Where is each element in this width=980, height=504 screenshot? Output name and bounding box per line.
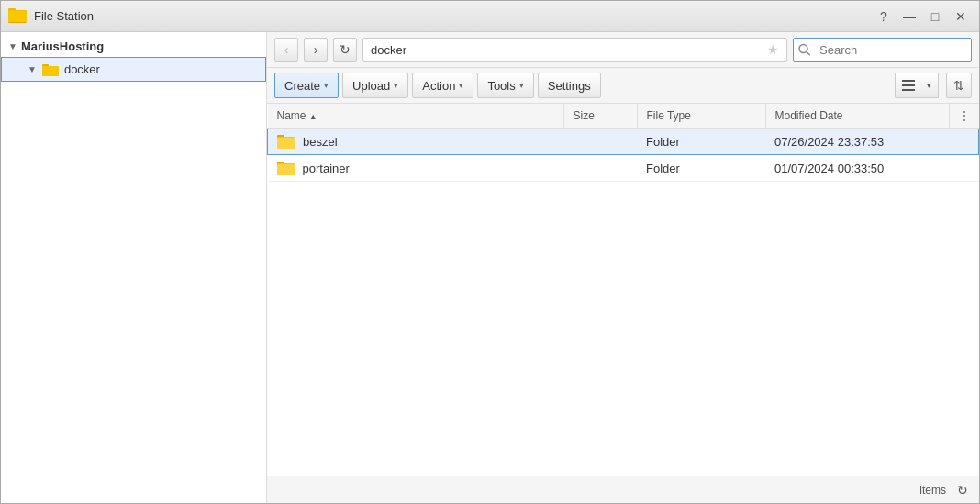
docker-folder-label: docker <box>64 62 100 76</box>
svg-rect-15 <box>277 138 295 149</box>
help-button[interactable]: ? <box>873 6 895 28</box>
file-size <box>563 129 637 155</box>
search-input[interactable] <box>793 38 972 62</box>
path-bar: docker ★ <box>362 38 787 62</box>
host-arrow-icon: ▼ <box>8 41 17 51</box>
list-options-button[interactable]: ▾ <box>920 73 939 98</box>
favorite-star-icon[interactable]: ★ <box>767 42 779 57</box>
svg-rect-3 <box>8 11 27 22</box>
upload-label: Upload <box>352 79 390 93</box>
table-row[interactable]: portainer Folder01/07/2024 00:33:50 <box>268 155 979 182</box>
statusbar-refresh-button[interactable]: ↻ <box>953 481 972 499</box>
file-name-cell: portainer <box>268 155 564 182</box>
file-type: Folder <box>637 129 765 155</box>
toolbar-top: ‹ › ↻ docker ★ <box>267 32 979 68</box>
column-modified-date[interactable]: Modified Date <box>765 104 949 129</box>
sidebar-host[interactable]: ▼ MariusHosting <box>1 32 266 57</box>
file-rows: beszel Folder07/26/2024 23:37:53 portain… <box>268 129 979 182</box>
svg-rect-6 <box>42 66 59 76</box>
refresh-button[interactable]: ↻ <box>333 38 357 62</box>
sidebar: ▼ MariusHosting ▼ docker <box>1 32 267 503</box>
path-text: docker <box>371 43 763 57</box>
folder-icon-small <box>42 63 59 76</box>
tools-label: Tools <box>487 79 515 93</box>
create-dropdown-icon: ▾ <box>324 81 329 90</box>
svg-rect-11 <box>902 89 915 91</box>
window-title: File Station <box>34 9 865 23</box>
svg-rect-9 <box>902 80 915 82</box>
minimize-button[interactable]: — <box>898 6 920 28</box>
file-size <box>563 155 637 182</box>
settings-label: Settings <box>548 79 591 93</box>
window-controls: ? — □ ✕ <box>873 6 972 28</box>
column-size[interactable]: Size <box>563 104 637 129</box>
upload-button[interactable]: Upload ▾ <box>342 73 408 98</box>
sort-icon: ⇅ <box>953 78 964 93</box>
sidebar-item-docker[interactable]: ▼ docker <box>1 57 266 82</box>
file-row-options[interactable] <box>949 129 979 155</box>
forward-button[interactable]: › <box>304 38 328 62</box>
file-row-options[interactable] <box>949 155 979 182</box>
svg-rect-19 <box>277 164 295 175</box>
statusbar-items-label: items <box>919 484 946 497</box>
sort-button[interactable]: ⇅ <box>946 73 972 98</box>
table-header: Name Size File Type Modified Date <box>268 104 979 129</box>
file-station-window: File Station ? — □ ✕ ▼ MariusHosting ▼ d… <box>0 0 980 504</box>
action-label: Action <box>422 79 455 93</box>
list-view-button[interactable] <box>895 73 920 98</box>
column-options: ⋮ <box>949 104 979 129</box>
upload-dropdown-icon: ▾ <box>394 81 398 90</box>
action-dropdown-icon: ▾ <box>459 81 463 90</box>
view-btn-group: ▾ <box>895 73 939 98</box>
main-layout: ▼ MariusHosting ▼ docker ‹ › ↻ <box>1 32 979 503</box>
settings-button[interactable]: Settings <box>538 73 601 98</box>
back-button[interactable]: ‹ <box>274 38 298 62</box>
create-button[interactable]: Create ▾ <box>274 73 339 98</box>
list-view-icon <box>902 80 915 91</box>
titlebar-folder-icon <box>8 6 27 27</box>
column-more-icon[interactable]: ⋮ <box>959 109 970 122</box>
file-table: Name Size File Type Modified Date <box>267 104 979 476</box>
toolbar-actions: Create ▾ Upload ▾ Action ▾ Tools ▾ Setti… <box>267 68 979 104</box>
files-table: Name Size File Type Modified Date <box>267 104 979 182</box>
maximize-button[interactable]: □ <box>924 6 946 28</box>
tools-dropdown-icon: ▾ <box>519 81 524 90</box>
file-name: beszel <box>303 135 338 149</box>
tools-button[interactable]: Tools ▾ <box>477 73 533 98</box>
create-label: Create <box>284 79 320 93</box>
file-name-cell: beszel <box>268 129 564 155</box>
file-modified-date: 07/26/2024 23:37:53 <box>765 129 949 155</box>
file-type: Folder <box>637 155 765 182</box>
list-options-icon: ▾ <box>927 81 931 90</box>
titlebar: File Station ? — □ ✕ <box>1 1 979 32</box>
table-row[interactable]: beszel Folder07/26/2024 23:37:53 <box>268 129 979 155</box>
column-name[interactable]: Name <box>268 104 564 129</box>
content-panel: ‹ › ↻ docker ★ <box>267 32 979 503</box>
folder-icon <box>277 134 295 149</box>
column-file-type[interactable]: File Type <box>637 104 765 129</box>
close-button[interactable]: ✕ <box>950 6 972 28</box>
action-button[interactable]: Action ▾ <box>412 73 473 98</box>
file-modified-date: 01/07/2024 00:33:50 <box>765 155 949 182</box>
svg-rect-10 <box>902 84 915 86</box>
folder-arrow-icon: ▼ <box>28 64 37 74</box>
file-name: portainer <box>303 162 350 175</box>
search-bar-wrapper <box>793 38 972 62</box>
statusbar: items ↻ <box>267 476 979 503</box>
folder-icon <box>277 161 295 175</box>
host-label: MariusHosting <box>21 39 104 53</box>
